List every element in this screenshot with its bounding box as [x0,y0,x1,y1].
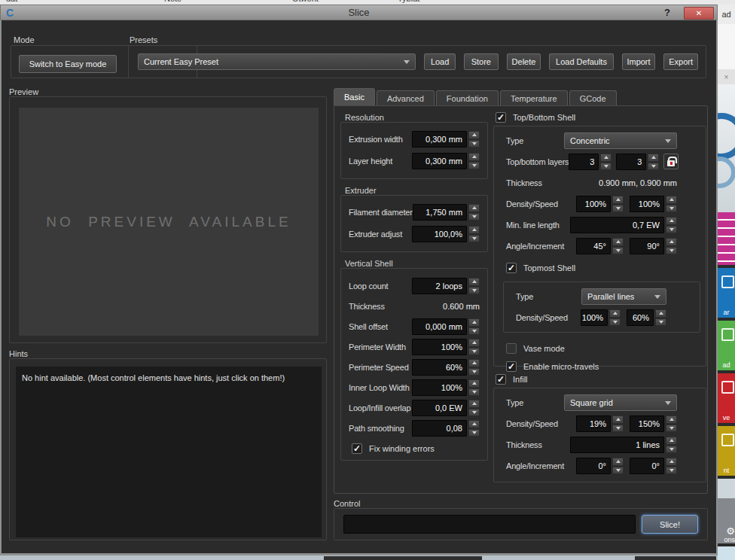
export-button[interactable]: Export [663,53,698,70]
tab-gcode[interactable]: GCode [569,90,617,105]
spinner[interactable] [666,437,677,453]
row-shell-offset: Shell offset 0,000 mm [349,318,480,335]
dialog-titlebar[interactable]: C Slice ? ✕ [0,5,718,20]
background-load-button-fragment[interactable]: ad [718,321,735,370]
spinner[interactable] [468,420,480,437]
switch-to-easy-mode-button[interactable]: Switch to Easy mode [19,55,117,73]
perimeter-speed-input[interactable]: 60% [412,359,467,376]
loop-infill-overlap-input[interactable]: 0,0 EW [412,400,467,416]
spinner[interactable] [468,400,480,416]
tbs-type-select[interactable]: Concentric [564,132,677,149]
min-line-length-input[interactable]: 0,7 EW [570,217,664,233]
spinner[interactable] [468,278,480,294]
extruder-group: Filament diameter 1,750 mm Extruder adju… [340,195,488,252]
background-save-button-fragment[interactable]: ve [718,373,735,423]
background-close-fragment[interactable]: × [718,69,735,84]
spinner[interactable] [468,153,480,169]
topmost-type-select[interactable]: Parallel lines [581,288,666,305]
tbs-angle-input[interactable]: 45° [576,238,611,254]
topmost-density-input[interactable]: 100% [581,309,608,326]
spinner[interactable] [612,458,624,474]
field-label: Path smoothing [349,424,412,433]
infill-checkbox[interactable]: ✓ [496,374,506,385]
spinner[interactable] [468,359,480,376]
preview-canvas[interactable]: NO PREVIEW AVAILABLE [19,108,319,336]
topmost-shell-checkbox[interactable]: ✓ [506,263,517,273]
help-button[interactable]: ? [664,7,670,18]
preset-select[interactable]: Current Easy Preset [138,53,416,70]
slice-button[interactable]: Slice! [642,515,698,534]
spinner[interactable] [468,339,480,355]
spinner[interactable] [600,154,611,170]
top-bottom-shell-checkbox[interactable]: ✓ [496,112,506,123]
extruder-adjust-input[interactable]: 100,0% [412,226,467,242]
store-button[interactable]: Store [464,53,499,70]
slice-progress-bar [343,515,636,534]
row-min-line-length: Min. line length 0,7 EW [506,217,677,233]
topmost-speed-input[interactable]: 60% [627,309,654,326]
delete-button[interactable]: Delete [507,53,541,70]
infill-thickness-input[interactable]: 1 lines [570,437,664,453]
bottom-layers-input[interactable]: 3 [616,154,646,170]
filament-diameter-input[interactable]: 1,750 mm [413,204,467,221]
import-button[interactable]: Import [622,53,656,70]
spinner[interactable] [468,379,480,396]
spinner[interactable] [648,154,659,170]
spinner[interactable] [666,458,677,474]
vase-mode-checkbox[interactable] [506,343,517,354]
row-inner-loop-width: Inner Loop Width 100% [349,379,480,396]
tbs-speed-input[interactable]: 100% [630,196,664,212]
infill-type-select[interactable]: Square grid [564,394,677,411]
top-layers-input[interactable]: 3 [569,154,599,170]
spinner[interactable] [655,309,666,326]
tab-basic[interactable]: Basic [334,88,375,105]
spinner[interactable] [609,309,621,326]
row-infill-density-speed: Density/Speed 19% 150% [506,415,677,432]
path-smoothing-input[interactable]: 0,08 [412,420,467,437]
background-options-button-fragment[interactable]: ⚙ ons [718,498,735,543]
extrusion-width-input[interactable]: 0,300 mm [412,131,467,148]
spinner[interactable] [666,196,677,212]
field-label: Extruder adjust [349,230,412,239]
row-extruder-adjust: Extruder adjust 100,0% [349,226,480,242]
infill-speed-input[interactable]: 150% [630,415,664,432]
infill-density-input[interactable]: 19% [576,415,611,432]
load-button[interactable]: Load [424,53,456,70]
screen: dat Note Otwont Tyblat ad × ar ad ve nt … [0,0,735,560]
background-clear-button-fragment[interactable]: ar [718,268,735,318]
spinner[interactable] [468,131,480,148]
background-print-button-fragment[interactable]: nt [718,426,735,476]
shell-offset-input[interactable]: 0,000 mm [412,318,467,335]
field-label: Density/Speed [516,313,581,322]
infill-angle-input[interactable]: 0° [576,458,611,474]
load-defaults-button[interactable]: Load Defaults [549,53,613,70]
spinner[interactable] [612,415,624,432]
tbs-increment-input[interactable]: 90° [630,238,664,254]
tbs-density-input[interactable]: 100% [576,196,611,212]
enable-micro-travels-checkbox[interactable]: ✓ [506,361,517,372]
fix-winding-errors-checkbox[interactable]: ✓ [352,443,362,454]
lock-icon[interactable] [663,154,679,169]
tab-temperature[interactable]: Temperature [500,90,568,105]
infill-increment-input[interactable]: 0° [630,458,664,474]
background-3d-viewport-fragment[interactable] [718,84,735,212]
spinner[interactable] [666,415,677,432]
spinner[interactable] [468,226,480,242]
tab-advanced[interactable]: Advanced [377,90,435,105]
loop-count-input[interactable]: 2 loops [412,278,467,294]
spinner[interactable] [468,318,480,335]
background-toolbar-fragment[interactable] [718,212,735,265]
close-button[interactable]: ✕ [684,7,714,20]
tab-foundation[interactable]: Foundation [436,90,499,105]
inner-loop-width-input[interactable]: 100% [412,379,467,396]
field-label: Inner Loop Width [349,383,412,392]
spinner[interactable] [666,238,677,254]
spinner[interactable] [612,238,624,254]
perimeter-width-input[interactable]: 100% [412,339,467,355]
spinner[interactable] [612,196,624,212]
preset-selected-value: Current Easy Preset [144,57,218,66]
spinner[interactable] [666,217,677,233]
layer-height-input[interactable]: 0,300 mm [412,153,467,169]
spinner[interactable] [468,204,480,221]
field-label: Angle/Increment [506,461,576,470]
